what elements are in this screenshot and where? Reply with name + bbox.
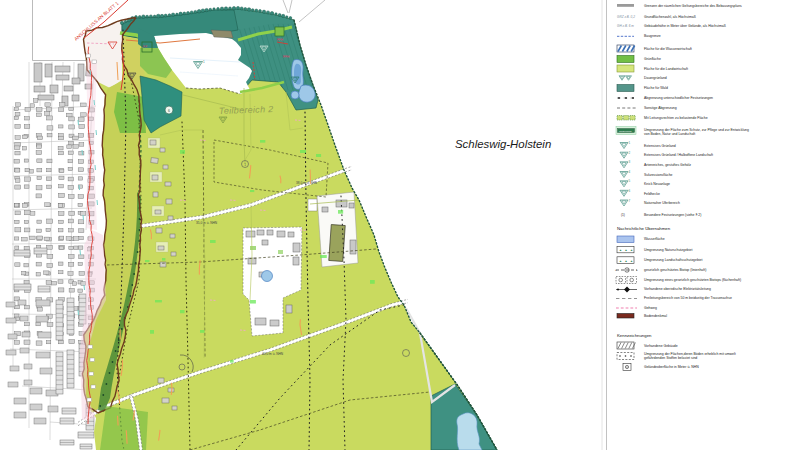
svg-text:Gehweg: Gehweg <box>644 306 657 310</box>
svg-text:Nachrichtliche Übernahmen: Nachrichtliche Übernahmen <box>617 226 671 231</box>
svg-text:FFH: FFH <box>277 38 283 42</box>
svg-text:Freileitungsbereich von 50 m b: Freileitungsbereich von 50 m beidseitig … <box>644 296 732 300</box>
svg-text:gesetzlich geschütztes Biotop: gesetzlich geschütztes Biotop (linienhaf… <box>644 268 706 272</box>
svg-text:▲: ▲ <box>619 248 622 252</box>
svg-text:F.P.: F.P. <box>143 45 148 49</box>
svg-text:Umgrenzung eines gesetzlich ge: Umgrenzung eines gesetzlich geschützten … <box>644 278 741 282</box>
svg-text:Kennzeichnungen: Kennzeichnungen <box>617 333 652 338</box>
svg-text:Umgrenzung Landschaftsschutzge: Umgrenzung Landschaftsschutzgebiet <box>644 258 703 262</box>
svg-text:Sukzessionsfläche: Sukzessionsfläche <box>644 173 673 177</box>
svg-text:GRZ z.B. 0,2: GRZ z.B. 0,2 <box>617 15 635 19</box>
svg-text:Bodendenkmal: Bodendenkmal <box>644 314 667 318</box>
svg-text:Mit Leitungsrechten zu belaste: Mit Leitungsrechten zu belastende Fläche <box>644 116 708 120</box>
svg-text:Artenreiches, gestuftes Gehölz: Artenreiches, gestuftes Gehölz <box>644 163 691 167</box>
svg-text:Grünfläche: Grünfläche <box>644 57 661 61</box>
svg-text:Extensives Grünland: Extensives Grünland <box>644 144 676 148</box>
svg-text:40,0 m ü. NHN: 40,0 m ü. NHN <box>262 352 284 356</box>
svg-text:gefährdenden Stoffen belastet: gefährdenden Stoffen belastet sind <box>644 356 697 360</box>
svg-text:▲: ▲ <box>630 259 633 263</box>
svg-text:Umgrenzung: Umgrenzung <box>619 130 632 132</box>
svg-text:Dauergrünland: Dauergrünland <box>644 76 667 80</box>
svg-text:Abgrenzung unterschiedlicher F: Abgrenzung unterschiedlicher Festsetzung… <box>644 96 713 100</box>
svg-text:Fläche für Wald: Fläche für Wald <box>644 86 668 90</box>
svg-text:+: + <box>615 268 617 272</box>
svg-text:Vorhandene oberirdische Elektr: Vorhandene oberirdische Elektrizitätslei… <box>644 287 711 291</box>
svg-text:Besondere Festsetzungen (siehe: Besondere Festsetzungen (siehe § 2) <box>644 213 701 217</box>
svg-text:Feldhecke: Feldhecke <box>644 192 660 196</box>
svg-text:Schleswig-Holstein: Schleswig-Holstein <box>455 138 551 150</box>
svg-text:▲: ▲ <box>630 248 633 252</box>
svg-text:6: 6 <box>168 109 170 113</box>
svg-text:+: + <box>636 268 638 272</box>
svg-text:Teilbereich 2: Teilbereich 2 <box>219 104 274 116</box>
svg-text:▲: ▲ <box>625 259 628 263</box>
svg-text:Fläche für die Landwirtschaft: Fläche für die Landwirtschaft <box>644 67 688 71</box>
svg-text:Gebäudehöhe in Meter über Gelä: Gebäudehöhe in Meter über Gelände, als H… <box>644 24 726 28</box>
svg-text:Baugrenze: Baugrenze <box>644 34 661 38</box>
svg-text:Extensives Grünland / Halboffe: Extensives Grünland / Halboffene Landsch… <box>644 153 713 157</box>
svg-text:Umgrenzung Naturschutzgebiet: Umgrenzung Naturschutzgebiet <box>644 248 692 252</box>
svg-text:▲: ▲ <box>619 259 622 263</box>
svg-text:(1): (1) <box>621 213 625 217</box>
svg-text:Knick Neuanlage: Knick Neuanlage <box>644 182 670 186</box>
svg-text:38,0 m ü. NHN: 38,0 m ü. NHN <box>296 181 318 185</box>
svg-text:Wasserfläche: Wasserfläche <box>644 237 665 241</box>
svg-text:Vorhandene Gebäude: Vorhandene Gebäude <box>644 344 678 348</box>
svg-text:Grundflächenzahl, als Höchstma: Grundflächenzahl, als Höchstmaß <box>644 15 696 19</box>
svg-text:FFH: FFH <box>283 55 290 59</box>
svg-text:Grenzen der räumlichen Geltung: Grenzen der räumlichen Geltungsbereiche … <box>644 4 742 8</box>
svg-text:Geländeoberfläche in Meter ü.: Geländeoberfläche in Meter ü. NHN <box>644 365 699 369</box>
svg-text:Naturnaher Uferbereich: Naturnaher Uferbereich <box>644 201 680 205</box>
svg-text:GH z.B. 6 m: GH z.B. 6 m <box>617 24 634 28</box>
svg-text:von Boden, Natur und Landschaf: von Boden, Natur und Landschaft <box>644 132 695 136</box>
svg-text:35,0 m ü. NHN: 35,0 m ü. NHN <box>196 221 218 225</box>
svg-text:Sonstige Abgrenzung: Sonstige Abgrenzung <box>644 106 677 110</box>
svg-text:▲: ▲ <box>625 248 628 252</box>
svg-text:Fläche für die Wasserwirtschaf: Fläche für die Wasserwirtschaft <box>644 47 692 51</box>
